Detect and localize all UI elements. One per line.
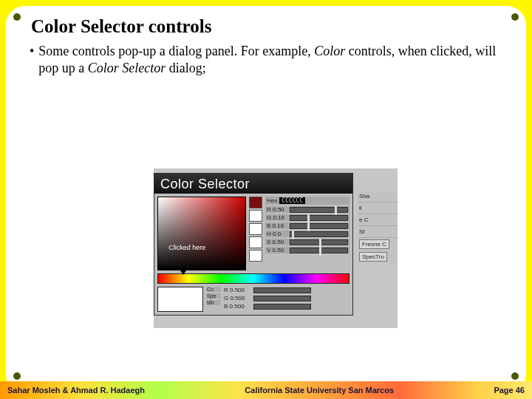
channel-v: V 0.50 bbox=[265, 247, 349, 253]
channel-g: G 0.18 bbox=[265, 214, 349, 221]
swatch-current[interactable] bbox=[249, 197, 262, 208]
bullet-t3: dialog; bbox=[166, 61, 206, 75]
bottom-b-label: B 0.500 bbox=[224, 303, 250, 310]
channel-s: S 0.50 bbox=[265, 239, 349, 245]
background-ui-panel: Sha ll e C St Fresne C SpecTro bbox=[358, 191, 398, 263]
page-title: Color Selector controls bbox=[31, 16, 508, 37]
bottom-g-label: G 0.500 bbox=[224, 295, 250, 301]
bullet-italic-colorselector: Color Selector bbox=[88, 61, 166, 75]
bullet-text: Some controls pop-up a dialog panel. For… bbox=[38, 43, 508, 76]
slider-b[interactable] bbox=[290, 223, 348, 229]
swatch[interactable] bbox=[249, 210, 262, 222]
bottom-rgb: R 0.500 G 0.500 B 0.500 bbox=[224, 287, 311, 312]
bottom-slider-r[interactable] bbox=[253, 287, 311, 293]
footer-university: California State University San Marcos bbox=[145, 386, 494, 395]
bottom-slider-b[interactable] bbox=[253, 304, 311, 310]
bullet-italic-color: Color bbox=[314, 44, 345, 58]
preview-swatch[interactable] bbox=[157, 287, 203, 312]
color-selector-dialog: Color Selector Clicked here Hex CCCCCC bbox=[154, 173, 353, 316]
corner-dot-bl bbox=[13, 372, 21, 380]
corner-dot-tr bbox=[511, 13, 519, 21]
footer: Sahar Mosleh & Ahmad R. Hadaegh Californ… bbox=[0, 381, 532, 399]
slider-v[interactable] bbox=[290, 248, 348, 253]
bullet-item: • Some controls pop-up a dialog panel. F… bbox=[30, 43, 508, 76]
screenshot: Sha ll e C St Fresne C SpecTro Color Sel… bbox=[154, 168, 398, 328]
sublabel-spec: Spe bbox=[206, 293, 221, 299]
corner-dot-br bbox=[511, 372, 519, 380]
bottom-slider-g[interactable] bbox=[253, 296, 311, 301]
swatch[interactable] bbox=[249, 223, 262, 235]
sublabel-mir: Mir bbox=[206, 300, 221, 305]
footer-page: Page 46 bbox=[494, 386, 525, 395]
channel-h: H 0.0 bbox=[265, 231, 349, 237]
hex-row: Hex CCCCCC bbox=[265, 197, 349, 205]
bg-label: ll bbox=[358, 202, 398, 214]
hex-value[interactable]: CCCCCC bbox=[279, 197, 305, 204]
hue-pointer-icon bbox=[180, 270, 186, 275]
swatch[interactable] bbox=[249, 236, 262, 248]
bullet-mark: • bbox=[30, 43, 34, 76]
bottom-r-label: R 0.500 bbox=[224, 287, 250, 293]
channel-r: R 0.50 bbox=[265, 206, 349, 213]
sublabel-col: Co bbox=[206, 287, 221, 292]
sv-click-label: Clicked here bbox=[168, 244, 205, 251]
swatch-column bbox=[249, 197, 262, 270]
bottom-labels: Co Spe Mir bbox=[206, 287, 221, 312]
bg-label: St bbox=[358, 226, 398, 238]
dialog-bottom: Co Spe Mir R 0.500 G 0.500 B 0.500 bbox=[154, 287, 352, 315]
corner-dot-tl bbox=[13, 13, 21, 21]
bg-label: e C bbox=[358, 214, 398, 226]
bg-button-spectro[interactable]: SpecTro bbox=[359, 252, 387, 262]
saturation-value-box[interactable]: Clicked here bbox=[157, 197, 246, 270]
slide-card: Color Selector controls • Some controls … bbox=[6, 6, 526, 393]
hex-label: Hex bbox=[267, 197, 277, 204]
slider-g[interactable] bbox=[290, 215, 348, 221]
hue-strip[interactable] bbox=[157, 273, 349, 284]
slider-r[interactable] bbox=[290, 207, 348, 213]
channel-b: B 0.18 bbox=[265, 222, 349, 229]
footer-authors: Sahar Mosleh & Ahmad R. Hadaegh bbox=[7, 386, 145, 395]
bullet-t1: Some controls pop-up a dialog panel. For… bbox=[38, 44, 314, 58]
footer-page-number: 46 bbox=[516, 386, 525, 395]
channel-readouts: Hex CCCCCC R 0.50 G 0.18 B 0.18 H 0.0 S … bbox=[265, 197, 349, 270]
dialog-title: Color Selector bbox=[154, 174, 352, 194]
swatch[interactable] bbox=[249, 250, 262, 262]
footer-page-label: Page bbox=[494, 386, 513, 395]
bg-label: Sha bbox=[358, 191, 398, 202]
slider-s[interactable] bbox=[290, 239, 348, 245]
slider-h[interactable] bbox=[290, 231, 348, 237]
bg-button-fresnel[interactable]: Fresne C bbox=[359, 239, 389, 249]
